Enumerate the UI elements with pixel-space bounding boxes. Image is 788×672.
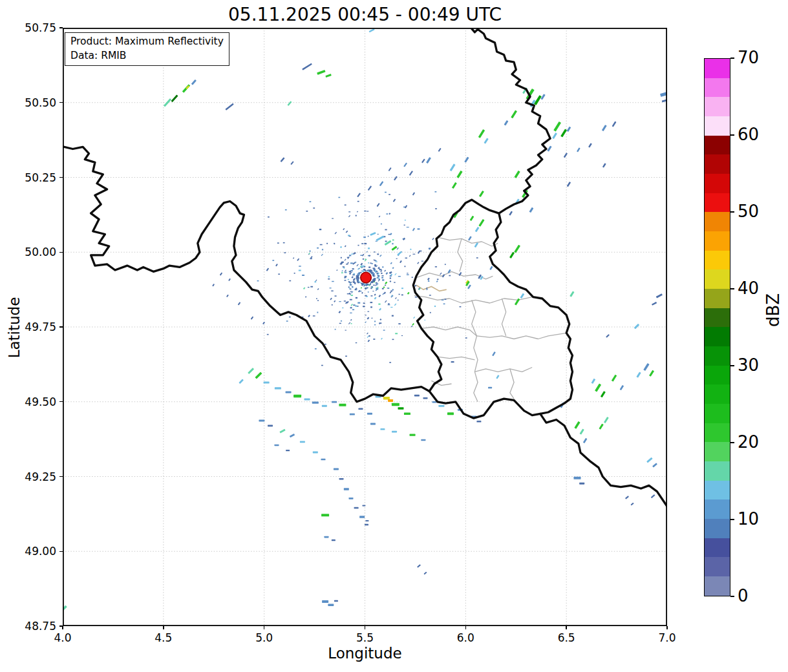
radar-echo: [414, 395, 420, 397]
radar-echo: [567, 127, 571, 132]
clutter-dot: [421, 261, 424, 262]
clutter-dot: [390, 275, 392, 277]
radar-echo: [620, 385, 624, 390]
radar-echo: [577, 147, 580, 152]
clutter-dot: [432, 238, 434, 240]
y-axis-label: Latitude: [6, 289, 23, 366]
radar-echo: [264, 382, 270, 384]
radar-echo: [612, 375, 617, 382]
radar-echo: [631, 503, 634, 506]
radar-echo: [322, 405, 327, 407]
clutter-dot: [434, 191, 436, 193]
colorbar-segment: [705, 193, 730, 213]
radar-echo: [344, 488, 349, 490]
clutter-dot: [321, 254, 323, 257]
clutter-dot: [374, 271, 376, 272]
clutter-dot: [330, 298, 332, 300]
clutter-dot: [389, 280, 391, 282]
x-tick-label: 5.0: [255, 631, 273, 644]
clutter-dot: [435, 208, 437, 209]
radar-echo: [339, 404, 346, 406]
colorbar-tick-label: 40: [738, 278, 759, 298]
clutter-dot: [368, 262, 369, 264]
clutter-dot: [340, 246, 342, 248]
clutter-dot: [445, 264, 446, 265]
clutter-dot: [413, 317, 415, 319]
clutter-dot: [373, 339, 375, 340]
radar-echo: [328, 604, 334, 606]
y-tick-mark: [59, 252, 63, 253]
radar-echo: [470, 216, 474, 221]
y-tick-label: 48.75: [23, 620, 56, 633]
clutter-dot: [322, 249, 323, 250]
radar-echo: [404, 413, 410, 415]
clutter-dot: [321, 365, 323, 366]
clutter-dot: [316, 298, 317, 299]
radar-echo: [417, 564, 421, 568]
clutter-dot: [348, 281, 350, 282]
radar-echo: [467, 284, 471, 289]
colorbar-segment: [705, 423, 730, 443]
clutter-dot: [352, 275, 354, 276]
radar-echo: [421, 439, 425, 441]
clutter-dot: [313, 315, 315, 316]
regional-border: [458, 238, 463, 271]
radar-echo: [171, 94, 178, 102]
clutter-dot: [326, 243, 328, 244]
radar-echo: [553, 121, 561, 132]
clutter-dot: [299, 269, 301, 271]
colorbar-tick-label: 50: [738, 202, 759, 221]
radar-echo: [191, 79, 197, 85]
radar-echo: [412, 192, 415, 195]
radar-echo: [324, 536, 328, 538]
clutter-dot: [345, 204, 346, 205]
clutter-dot: [334, 300, 335, 302]
clutter-dot: [350, 313, 352, 313]
radar-echo: [397, 251, 402, 256]
colorbar-segment: [705, 366, 730, 385]
colorbar-segment: [705, 404, 730, 423]
clutter-dot: [341, 257, 342, 258]
clutter-dot: [370, 288, 372, 289]
product-annotation-box: Product: Maximum Reflectivity Data: RMIB: [65, 32, 229, 66]
x-tick-mark: [62, 626, 63, 629]
clutter-dot: [317, 311, 318, 313]
y-tick-mark: [59, 326, 63, 327]
clutter-dot: [388, 303, 390, 304]
clutter-dot: [345, 245, 346, 247]
radar-echo: [312, 402, 319, 404]
x-tick-label: 4.5: [154, 631, 172, 644]
clutter-dot: [371, 286, 373, 288]
clutter-dot: [344, 300, 346, 301]
clutter-dot: [417, 262, 419, 264]
radar-echo: [304, 399, 310, 401]
clutter-dot: [449, 275, 451, 277]
y-tick-mark: [59, 27, 63, 28]
radar-echo: [380, 428, 385, 430]
radar-echo: [359, 516, 365, 518]
clutter-dot: [365, 295, 367, 297]
colorbar-tick-label: 60: [738, 125, 759, 144]
clutter-dot: [376, 273, 378, 274]
x-tick-mark: [666, 626, 667, 629]
clutter-dot: [374, 264, 376, 266]
colorbar-segment: [705, 442, 730, 461]
y-tick-mark: [59, 625, 63, 626]
clutter-dot: [361, 243, 363, 244]
clutter-dot: [331, 290, 333, 291]
clutter-dot: [368, 255, 370, 257]
clutter-dot: [353, 282, 355, 283]
clutter-dot: [383, 293, 385, 294]
radar-echo: [573, 477, 580, 479]
map-plot-area: Product: Maximum Reflectivity Data: RMIB: [63, 28, 667, 626]
radar-echo: [567, 182, 571, 187]
clutter-dot: [374, 324, 376, 326]
colorbar-segment: [705, 212, 730, 231]
radar-echo: [540, 94, 545, 100]
radar-echo: [248, 368, 254, 374]
colorbar-segment: [705, 136, 730, 155]
clutter-dot: [302, 275, 304, 276]
clutter-dot: [310, 251, 311, 252]
y-tick-label: 50.25: [23, 171, 56, 184]
clutter-dot: [342, 308, 343, 308]
